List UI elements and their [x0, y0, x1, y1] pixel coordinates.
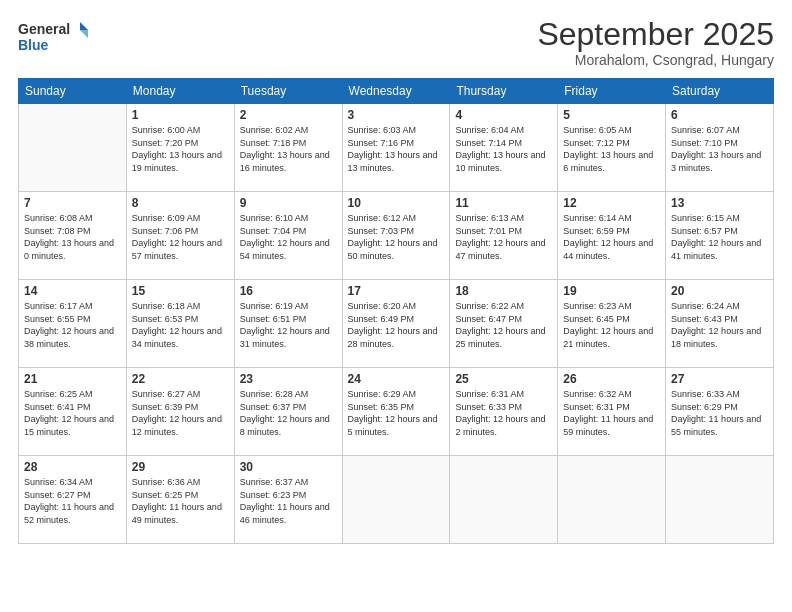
day-number: 23 — [240, 372, 337, 386]
table-row: 3Sunrise: 6:03 AMSunset: 7:16 PMDaylight… — [342, 104, 450, 192]
day-number: 12 — [563, 196, 660, 210]
day-number: 6 — [671, 108, 768, 122]
table-row: 4Sunrise: 6:04 AMSunset: 7:14 PMDaylight… — [450, 104, 558, 192]
day-number: 4 — [455, 108, 552, 122]
day-number: 9 — [240, 196, 337, 210]
day-number: 18 — [455, 284, 552, 298]
table-row: 23Sunrise: 6:28 AMSunset: 6:37 PMDayligh… — [234, 368, 342, 456]
day-number: 5 — [563, 108, 660, 122]
day-info: Sunrise: 6:25 AMSunset: 6:41 PMDaylight:… — [24, 388, 121, 438]
table-row: 27Sunrise: 6:33 AMSunset: 6:29 PMDayligh… — [666, 368, 774, 456]
day-number: 13 — [671, 196, 768, 210]
day-number: 10 — [348, 196, 445, 210]
day-info: Sunrise: 6:31 AMSunset: 6:33 PMDaylight:… — [455, 388, 552, 438]
svg-marker-3 — [80, 30, 88, 38]
table-row — [19, 104, 127, 192]
table-row: 21Sunrise: 6:25 AMSunset: 6:41 PMDayligh… — [19, 368, 127, 456]
table-row: 16Sunrise: 6:19 AMSunset: 6:51 PMDayligh… — [234, 280, 342, 368]
day-info: Sunrise: 6:32 AMSunset: 6:31 PMDaylight:… — [563, 388, 660, 438]
day-number: 1 — [132, 108, 229, 122]
table-row: 12Sunrise: 6:14 AMSunset: 6:59 PMDayligh… — [558, 192, 666, 280]
day-number: 16 — [240, 284, 337, 298]
table-row: 13Sunrise: 6:15 AMSunset: 6:57 PMDayligh… — [666, 192, 774, 280]
day-info: Sunrise: 6:28 AMSunset: 6:37 PMDaylight:… — [240, 388, 337, 438]
day-info: Sunrise: 6:36 AMSunset: 6:25 PMDaylight:… — [132, 476, 229, 526]
table-row — [558, 456, 666, 544]
day-number: 15 — [132, 284, 229, 298]
calendar: Sunday Monday Tuesday Wednesday Thursday… — [18, 78, 774, 544]
table-row: 6Sunrise: 6:07 AMSunset: 7:10 PMDaylight… — [666, 104, 774, 192]
calendar-header-row: Sunday Monday Tuesday Wednesday Thursday… — [19, 79, 774, 104]
col-friday: Friday — [558, 79, 666, 104]
svg-text:Blue: Blue — [18, 37, 49, 53]
day-info: Sunrise: 6:02 AMSunset: 7:18 PMDaylight:… — [240, 124, 337, 174]
logo-svg: General Blue — [18, 18, 88, 56]
day-info: Sunrise: 6:34 AMSunset: 6:27 PMDaylight:… — [24, 476, 121, 526]
table-row — [342, 456, 450, 544]
day-number: 30 — [240, 460, 337, 474]
calendar-week-4: 21Sunrise: 6:25 AMSunset: 6:41 PMDayligh… — [19, 368, 774, 456]
location: Morahalom, Csongrad, Hungary — [537, 52, 774, 68]
day-info: Sunrise: 6:18 AMSunset: 6:53 PMDaylight:… — [132, 300, 229, 350]
table-row: 19Sunrise: 6:23 AMSunset: 6:45 PMDayligh… — [558, 280, 666, 368]
day-number: 25 — [455, 372, 552, 386]
table-row: 11Sunrise: 6:13 AMSunset: 7:01 PMDayligh… — [450, 192, 558, 280]
day-info: Sunrise: 6:13 AMSunset: 7:01 PMDaylight:… — [455, 212, 552, 262]
calendar-week-3: 14Sunrise: 6:17 AMSunset: 6:55 PMDayligh… — [19, 280, 774, 368]
day-info: Sunrise: 6:07 AMSunset: 7:10 PMDaylight:… — [671, 124, 768, 174]
table-row: 10Sunrise: 6:12 AMSunset: 7:03 PMDayligh… — [342, 192, 450, 280]
day-info: Sunrise: 6:09 AMSunset: 7:06 PMDaylight:… — [132, 212, 229, 262]
table-row — [666, 456, 774, 544]
day-info: Sunrise: 6:08 AMSunset: 7:08 PMDaylight:… — [24, 212, 121, 262]
day-number: 8 — [132, 196, 229, 210]
header: General Blue September 2025 Morahalom, C… — [18, 18, 774, 68]
table-row: 7Sunrise: 6:08 AMSunset: 7:08 PMDaylight… — [19, 192, 127, 280]
day-number: 20 — [671, 284, 768, 298]
day-number: 21 — [24, 372, 121, 386]
day-number: 24 — [348, 372, 445, 386]
day-info: Sunrise: 6:20 AMSunset: 6:49 PMDaylight:… — [348, 300, 445, 350]
day-info: Sunrise: 6:37 AMSunset: 6:23 PMDaylight:… — [240, 476, 337, 526]
day-info: Sunrise: 6:03 AMSunset: 7:16 PMDaylight:… — [348, 124, 445, 174]
day-info: Sunrise: 6:14 AMSunset: 6:59 PMDaylight:… — [563, 212, 660, 262]
col-saturday: Saturday — [666, 79, 774, 104]
month-title: September 2025 — [537, 18, 774, 50]
table-row: 5Sunrise: 6:05 AMSunset: 7:12 PMDaylight… — [558, 104, 666, 192]
day-info: Sunrise: 6:22 AMSunset: 6:47 PMDaylight:… — [455, 300, 552, 350]
table-row: 20Sunrise: 6:24 AMSunset: 6:43 PMDayligh… — [666, 280, 774, 368]
day-info: Sunrise: 6:17 AMSunset: 6:55 PMDaylight:… — [24, 300, 121, 350]
day-info: Sunrise: 6:04 AMSunset: 7:14 PMDaylight:… — [455, 124, 552, 174]
day-number: 11 — [455, 196, 552, 210]
table-row: 30Sunrise: 6:37 AMSunset: 6:23 PMDayligh… — [234, 456, 342, 544]
title-section: September 2025 Morahalom, Csongrad, Hung… — [537, 18, 774, 68]
table-row — [450, 456, 558, 544]
day-info: Sunrise: 6:27 AMSunset: 6:39 PMDaylight:… — [132, 388, 229, 438]
table-row: 9Sunrise: 6:10 AMSunset: 7:04 PMDaylight… — [234, 192, 342, 280]
day-number: 29 — [132, 460, 229, 474]
table-row: 15Sunrise: 6:18 AMSunset: 6:53 PMDayligh… — [126, 280, 234, 368]
col-thursday: Thursday — [450, 79, 558, 104]
col-tuesday: Tuesday — [234, 79, 342, 104]
day-number: 14 — [24, 284, 121, 298]
day-info: Sunrise: 6:10 AMSunset: 7:04 PMDaylight:… — [240, 212, 337, 262]
day-info: Sunrise: 6:12 AMSunset: 7:03 PMDaylight:… — [348, 212, 445, 262]
calendar-week-2: 7Sunrise: 6:08 AMSunset: 7:08 PMDaylight… — [19, 192, 774, 280]
day-info: Sunrise: 6:33 AMSunset: 6:29 PMDaylight:… — [671, 388, 768, 438]
calendar-week-5: 28Sunrise: 6:34 AMSunset: 6:27 PMDayligh… — [19, 456, 774, 544]
table-row: 22Sunrise: 6:27 AMSunset: 6:39 PMDayligh… — [126, 368, 234, 456]
calendar-week-1: 1Sunrise: 6:00 AMSunset: 7:20 PMDaylight… — [19, 104, 774, 192]
table-row: 26Sunrise: 6:32 AMSunset: 6:31 PMDayligh… — [558, 368, 666, 456]
table-row: 1Sunrise: 6:00 AMSunset: 7:20 PMDaylight… — [126, 104, 234, 192]
svg-text:General: General — [18, 21, 70, 37]
day-number: 7 — [24, 196, 121, 210]
col-monday: Monday — [126, 79, 234, 104]
col-sunday: Sunday — [19, 79, 127, 104]
table-row: 2Sunrise: 6:02 AMSunset: 7:18 PMDaylight… — [234, 104, 342, 192]
table-row: 14Sunrise: 6:17 AMSunset: 6:55 PMDayligh… — [19, 280, 127, 368]
day-info: Sunrise: 6:00 AMSunset: 7:20 PMDaylight:… — [132, 124, 229, 174]
logo: General Blue — [18, 18, 88, 56]
day-number: 27 — [671, 372, 768, 386]
day-info: Sunrise: 6:23 AMSunset: 6:45 PMDaylight:… — [563, 300, 660, 350]
day-number: 26 — [563, 372, 660, 386]
day-number: 19 — [563, 284, 660, 298]
